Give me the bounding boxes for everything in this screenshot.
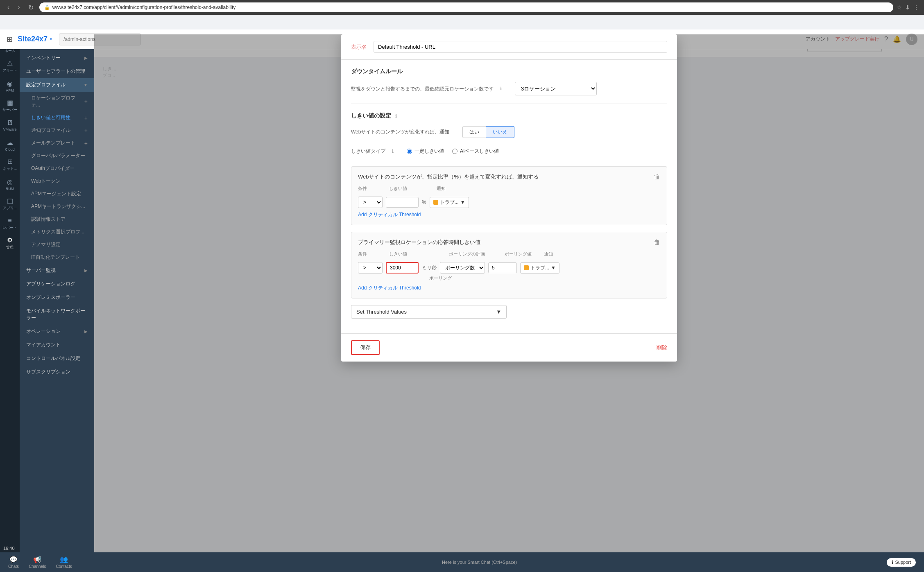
threshold-info-icon[interactable]: ℹ — [395, 113, 397, 119]
sidebar-sub-web-token[interactable]: Webトークン — [20, 175, 94, 188]
download-icon[interactable]: ⬇ — [905, 4, 910, 11]
sidebar-sub-label-web-token: Webトークン — [31, 178, 61, 185]
sidebar-label-my-account: マイアカウント — [26, 341, 88, 348]
add-icon-notification[interactable]: + — [84, 127, 88, 134]
notif-color-swatch-r — [524, 265, 529, 270]
sidebar-sub-apm-key[interactable]: APMキートランザクシ... — [20, 200, 94, 213]
modal-title-input[interactable] — [374, 41, 667, 53]
forward-button[interactable]: › — [15, 3, 22, 12]
sidebar-sub-label-mail-template: メールテンプレート — [31, 140, 75, 147]
notif-text: トラブ... — [440, 199, 459, 206]
time-display: 16:40 — [3, 546, 15, 551]
downtime-location-select[interactable]: 3ロケーション 1ロケーション 2ロケーション 4ロケーション 5ロケーション — [515, 82, 597, 95]
threshold-type-label: しきい値タイプ — [351, 148, 385, 155]
sidebar-item-mobile-network[interactable]: モバイルネットワークポーラー — [20, 304, 94, 325]
app-grid-icon[interactable]: ⊞ — [7, 35, 13, 44]
radio-ai-label[interactable]: AIベースしきい値 — [452, 148, 499, 155]
sidebar-item-config-profiles[interactable]: 設定プロファイル ▼ — [20, 78, 94, 92]
radio-fixed[interactable] — [407, 149, 412, 154]
sidebar-sub-label-notification: 通知プロファイル — [31, 127, 70, 134]
settings-icon[interactable]: ⋮ — [913, 4, 919, 11]
threshold-modal: 表示名 ダウンタイムルール 監視をダウンと報告するまでの、最低確認元ロケーション… — [341, 34, 677, 362]
content-threshold-header: Webサイトのコンテンツが、指定比率（%）を超えて変化すれば、通知する 🗑 — [358, 173, 660, 181]
sidebar-item-inventory[interactable]: インベントリー ▶ — [20, 51, 94, 65]
nav-server[interactable]: ▦ サーバー — [1, 97, 19, 115]
sidebar-item-subscription[interactable]: サブスクリプション — [20, 365, 94, 379]
set-threshold-dropdown[interactable]: Set Threshold Values ▼ — [351, 305, 507, 319]
bottom-chats[interactable]: 💬 Chats — [8, 556, 19, 569]
sidebar-item-app-log[interactable]: アプリケーションログ — [20, 277, 94, 291]
sidebar-sub-mail-template[interactable]: メールテンプレート + — [20, 137, 94, 149]
sidebar-sub-oauth[interactable]: OAuthプロバイダー — [20, 162, 94, 175]
condition-col-label: 条件 — [358, 185, 383, 192]
save-button[interactable]: 保存 — [351, 340, 380, 355]
sidebar-item-my-account[interactable]: マイアカウント — [20, 338, 94, 352]
response-notification-badge[interactable]: トラブ... ▼ — [520, 262, 559, 274]
response-threshold-delete-icon[interactable]: 🗑 — [654, 239, 660, 246]
add-icon-mail[interactable]: + — [84, 140, 88, 147]
nav-apm[interactable]: ◉ APM — [1, 77, 19, 95]
content-value-input[interactable] — [386, 197, 419, 208]
sidebar-sub-label-oauth: OAuthプロバイダー — [31, 165, 75, 172]
sidebar-item-operations[interactable]: オペレーション ▶ — [20, 325, 94, 338]
sidebar-item-user-alert[interactable]: ユーザーとアラートの管理 — [20, 65, 94, 78]
add-icon[interactable]: + — [84, 98, 88, 105]
support-button[interactable]: ℹ Support — [887, 558, 916, 567]
arrow-icon: ▶ — [84, 56, 88, 60]
sidebar-sub-anomaly[interactable]: アノマリ設定 — [20, 238, 94, 251]
nav-vmware[interactable]: 🖥 VMware — [1, 116, 19, 134]
add-critical-threshold-link-2[interactable]: Add クリティカル Threshold — [358, 285, 421, 292]
response-unit-label: ミリ秒 — [422, 265, 437, 271]
nav-cloud[interactable]: ☁ Cloud — [1, 136, 19, 154]
content-notification-badge[interactable]: トラブ... ▼ — [430, 197, 469, 208]
threshold-type-row: しきい値タイプ ℹ 一定しきい値 AIベースしきい値 — [351, 148, 667, 155]
cond-col-label-r: 条件 — [358, 251, 383, 257]
sidebar-sub-threshold[interactable]: しきい値と可用性 + — [20, 111, 94, 124]
refresh-button[interactable]: ↻ — [26, 3, 36, 12]
response-condition-select[interactable]: > < — [358, 262, 383, 274]
toggle-no-button[interactable]: いいえ — [486, 126, 514, 138]
nav-report[interactable]: ≡ レポート — [1, 215, 19, 233]
sidebar-sub-location[interactable]: ロケーションプロファ... + — [20, 92, 94, 111]
nav-alert[interactable]: ⚠ アラート — [1, 57, 19, 75]
notif-text-r: トラブ... — [530, 265, 549, 271]
sidebar-sub-metrics[interactable]: メトリクス選択プロフ... — [20, 226, 94, 238]
sidebar-sub-apm-agent[interactable]: APMエージェント設定 — [20, 188, 94, 200]
bottom-contacts[interactable]: 👥 Contacts — [56, 556, 72, 569]
nav-network[interactable]: ⊞ ネット... — [1, 156, 19, 174]
sidebar-sub-auth[interactable]: 認証情報ストア — [20, 213, 94, 226]
sidebar-sub-notification[interactable]: 通知プロファイル + — [20, 124, 94, 137]
notif-chevron: ▼ — [460, 199, 465, 205]
url-bar[interactable]: 🔒 www.site24x7.com/app/client#/admin/con… — [39, 2, 893, 12]
notif-color-swatch — [433, 200, 438, 205]
polling-plan-select[interactable]: ポーリング数 — [440, 262, 485, 274]
notif-chevron-r: ▼ — [551, 265, 556, 271]
delete-button[interactable]: 削除 — [657, 344, 667, 351]
browser-action-group: ☆ ⬇ ⋮ — [897, 4, 919, 11]
back-button[interactable]: ‹ — [5, 3, 12, 12]
sidebar-item-server-monitor[interactable]: サーバー監視 ▶ — [20, 264, 94, 277]
content-threshold-delete-icon[interactable]: 🗑 — [654, 173, 660, 181]
sidebar-item-control-panel[interactable]: コントロールパネル設定 — [20, 352, 94, 365]
nav-manage[interactable]: ⚙ 管理 — [1, 234, 19, 252]
lock-icon: 🔒 — [44, 5, 50, 10]
sidebar-sub-global-param[interactable]: グローバルパラメーター — [20, 149, 94, 162]
nav-rum[interactable]: ◎ RUM — [1, 175, 19, 193]
bottom-channels[interactable]: 📢 Channels — [29, 556, 46, 569]
sidebar-item-on-premise[interactable]: オンプレミスポーラー — [20, 291, 94, 304]
toggle-yes-button[interactable]: はい — [462, 126, 486, 138]
response-value-input[interactable] — [386, 262, 419, 274]
bookmark-icon[interactable]: ☆ — [897, 4, 902, 11]
sidebar-sub-label-anomaly: アノマリ設定 — [31, 241, 61, 248]
polling-value-input[interactable] — [488, 262, 517, 273]
radio-fixed-label[interactable]: 一定しきい値 — [407, 148, 444, 155]
sidebar-sub-it-auto[interactable]: IT自動化テンプレート — [20, 251, 94, 264]
threshold-type-info-icon[interactable]: ℹ — [392, 149, 394, 154]
nav-app[interactable]: ◫ アプリ... — [1, 195, 19, 213]
radio-ai[interactable] — [452, 149, 457, 154]
downtime-info-icon[interactable]: ℹ — [500, 86, 502, 91]
content-condition-select[interactable]: > < = — [358, 197, 383, 208]
add-critical-threshold-link-1[interactable]: Add クリティカル Threshold — [358, 211, 421, 218]
sidebar-sub-label-apm-agent: APMエージェント設定 — [31, 190, 81, 197]
add-icon-threshold[interactable]: + — [84, 115, 88, 121]
